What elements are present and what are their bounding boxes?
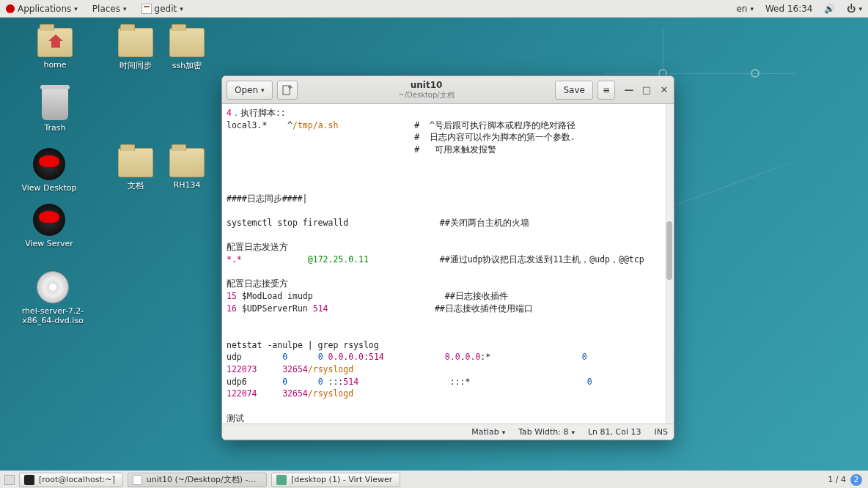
power-menu[interactable]: ⏻▾	[841, 0, 868, 18]
redhat-icon	[6, 4, 15, 13]
bottom-taskbar: [root@localhost:~] unit10 (~/Desktop/文档)…	[0, 470, 868, 488]
taskbar-item-gedit[interactable]: unit10 (~/Desktop/文档) - gedit	[128, 473, 267, 487]
folder-icon	[118, 148, 153, 177]
terminal-icon	[24, 475, 34, 485]
save-button[interactable]: Save	[555, 81, 592, 100]
open-button[interactable]: Open▾	[227, 81, 273, 100]
statusbar: Matlab▾ Tab Width: 8▾ Ln 81, Col 13 INS	[222, 424, 674, 440]
taskbar-item-terminal[interactable]: [root@localhost:~]	[19, 473, 123, 487]
desktop-icon-trash[interactable]: Trash	[22, 88, 88, 133]
trash-icon	[42, 88, 68, 120]
gedit-window: Open▾ unit10 ~/Desktop/文档 Save ≡ — □ ✕ 4…	[221, 75, 674, 440]
redhat-disc-icon	[33, 204, 65, 236]
desktop-folder-ssh[interactable]: ssh加密	[154, 28, 220, 71]
virt-viewer-icon	[276, 475, 287, 485]
insert-mode: INS	[655, 427, 668, 437]
hamburger-menu[interactable]: ≡	[597, 81, 615, 100]
active-app-menu[interactable]: gedit▾	[136, 0, 189, 18]
desktop-icon-view-server[interactable]: View Server	[16, 204, 82, 248]
clock[interactable]: Wed 16:34	[760, 0, 819, 18]
places-menu[interactable]: Places▾	[87, 0, 133, 18]
desktop-icon-view-desktop[interactable]: View Desktop	[16, 148, 82, 193]
folder-icon	[118, 28, 153, 57]
scrollbar-thumb[interactable]	[666, 221, 672, 280]
new-tab-button[interactable]	[277, 81, 298, 100]
show-desktop-button[interactable]	[4, 475, 15, 485]
notification-badge[interactable]: 2	[850, 474, 862, 486]
new-document-icon	[282, 85, 293, 95]
keyboard-layout[interactable]: en▾	[730, 0, 760, 18]
headerbar[interactable]: Open▾ unit10 ~/Desktop/文档 Save ≡ — □ ✕	[222, 76, 674, 104]
gedit-icon	[133, 475, 142, 485]
workspace-indicator[interactable]: 1 / 4	[828, 475, 846, 484]
text-editor[interactable]: 4．执行脚本:: local3.* ^/tmp/a.sh # ^号后跟可执行脚本…	[222, 104, 674, 424]
taskbar-item-virt-viewer[interactable]: [desktop (1) - Virt Viewer	[271, 473, 400, 487]
applications-menu[interactable]: Applications▾	[0, 0, 84, 18]
minimize-button[interactable]: —	[624, 85, 634, 95]
tab-width-selector[interactable]: Tab Width: 8▾	[518, 427, 575, 437]
folder-icon	[169, 28, 205, 57]
folder-icon	[169, 148, 205, 177]
desktop-icon-iso[interactable]: rhel-server-7.2-x86_64-dvd.iso	[16, 271, 89, 325]
desktop-folder-rh134[interactable]: RH134	[154, 148, 220, 190]
gedit-icon	[141, 4, 152, 14]
desktop-icon-home[interactable]: home	[22, 28, 88, 70]
close-button[interactable]: ✕	[659, 85, 669, 95]
hamburger-icon: ≡	[603, 85, 610, 95]
maximize-button[interactable]: □	[641, 85, 652, 95]
vertical-scrollbar[interactable]	[665, 104, 674, 424]
language-selector[interactable]: Matlab▾	[471, 427, 505, 437]
cursor-position: Ln 81, Col 13	[588, 427, 641, 437]
sound-icon[interactable]: 🔊	[818, 0, 841, 18]
top-panel: Applications▾ Places▾ gedit▾ en▾ Wed 16:…	[0, 0, 868, 18]
disc-icon	[37, 271, 69, 303]
redhat-disc-icon	[33, 148, 65, 180]
home-folder-icon	[37, 28, 73, 57]
window-title: unit10 ~/Desktop/文档	[302, 80, 551, 99]
